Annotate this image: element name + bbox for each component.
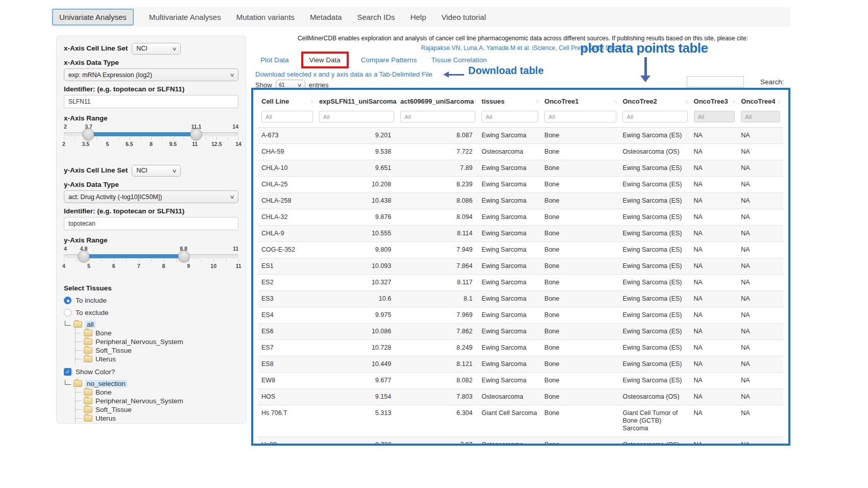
tree-node-label: Peripheral_Nervous_System (95, 397, 183, 405)
nav-tab-video-tutorial[interactable]: Video tutorial (441, 13, 486, 21)
tissues-exclude-radio[interactable]: To exclude (64, 308, 238, 317)
x-axis-identifier-input[interactable] (64, 95, 238, 108)
table-row[interactable]: CHLA-329.8768.094Ewing SarcomaBoneEwing … (258, 209, 783, 226)
cell-oncotree2: Ewing Sarcoma (ES) (619, 307, 690, 324)
column-header-tissues[interactable]: ↑↓tissues (478, 91, 541, 110)
search-input[interactable] (687, 76, 744, 87)
y-axis-identifier-input[interactable] (64, 217, 238, 230)
slider-tick-label: 14 (235, 141, 242, 147)
tree-node-no-selection[interactable]: no_selection (64, 379, 238, 388)
table-row[interactable]: CHLA-2510.2088.239Ewing SarcomaBoneEwing… (258, 177, 783, 193)
cell-tissues: Ewing Sarcoma (478, 209, 541, 226)
tree-elbow-icon (65, 380, 71, 385)
column-header-oncotree3[interactable]: ↑↓OncoTree3 (691, 91, 738, 110)
column-header-expslfn11-unisarcoma[interactable]: ↑↓expSLFN11_uniSarcoma (316, 91, 397, 110)
table-row[interactable]: CHA-599.5387.722OsteosarcomaBoneOsteosar… (258, 144, 783, 160)
filter-input-oncotree3[interactable] (694, 111, 735, 123)
table-row[interactable]: ES110.0937.864Ewing SarcomaBoneEwing Sar… (258, 258, 783, 275)
tab-view-data[interactable]: View Data (301, 52, 349, 68)
tissues-include-radio[interactable]: To include (64, 296, 238, 305)
tree-node-soft-tissue[interactable]: Soft_Tissue (76, 346, 238, 355)
x-axis-cell-line-set-select[interactable]: NCI ∨ (132, 43, 181, 55)
x-axis-data-type-select[interactable]: exp: mRNA Expression (log2) ∨ (64, 68, 238, 81)
tab-compare-patterns[interactable]: Compare Patterns (361, 56, 417, 64)
filter-input-oncotree2[interactable] (622, 111, 687, 123)
cell-tissues: Ewing Sarcoma (478, 128, 541, 144)
table-row[interactable]: A-6739.2018.087Ewing SarcomaBoneEwing Sa… (258, 128, 783, 144)
table-row[interactable]: ES710.7288.249Ewing SarcomaBoneEwing Sar… (258, 340, 783, 356)
filter-input-oncotree1[interactable] (544, 111, 616, 123)
slider-handle-low[interactable] (83, 129, 94, 140)
cell-expslfn11-unisarcoma: 10.208 (316, 177, 397, 193)
tree-node-bone[interactable]: Bone (76, 388, 238, 397)
slider-tick-label: 3.5 (82, 141, 89, 147)
table-row[interactable]: Hu098.7337.97OsteosarcomaBoneOsteosarcom… (258, 437, 783, 446)
tab-plot-data[interactable]: Plot Data (260, 56, 289, 64)
table-row[interactable]: ES310.68.1Ewing SarcomaBoneEwing Sarcoma… (258, 291, 783, 307)
nav-tab-multivariate-analyses[interactable]: Multivariate Analyses (149, 13, 221, 21)
column-header-oncotree2[interactable]: ↑↓OncoTree2 (619, 91, 690, 110)
cell-cell-line: CHLA-25 (258, 177, 316, 193)
table-row[interactable]: CHLA-25810.4388.086Ewing SarcomaBoneEwin… (258, 193, 783, 209)
slider-handle-high[interactable] (190, 129, 202, 140)
column-header-oncotree1[interactable]: ↑↓OncoTree1 (541, 91, 619, 110)
nav-tab-help[interactable]: Help (411, 13, 426, 21)
cell-tissues: Ewing Sarcoma (478, 324, 541, 340)
column-header-oncotree4[interactable]: ↑↓OncoTree4 (738, 91, 783, 110)
download-tab-delimited-link[interactable]: Download selected x and y axis data as a… (255, 70, 432, 78)
slider-handle-high[interactable] (178, 251, 189, 262)
table-row[interactable]: ES810.4498.121Ewing SarcomaBoneEwing Sar… (258, 356, 783, 373)
cell-oncotree3: NA (691, 356, 738, 373)
filter-input-cell-line[interactable] (261, 111, 313, 123)
slider-handle-low[interactable] (78, 251, 90, 262)
cell-oncotree1: Bone (541, 275, 619, 291)
cell-expslfn11-unisarcoma: 10.093 (316, 258, 397, 275)
y-axis-range-slider[interactable]: 44.88.8114567891011 (64, 246, 238, 274)
filter-input-expslfn11-unisarcoma[interactable] (319, 111, 394, 123)
table-head: ↑↓Cell Line↑↓expSLFN11_uniSarcoma↑↓act60… (258, 91, 783, 128)
cell-oncotree3: NA (691, 160, 738, 177)
tree-node-bone[interactable]: Bone (76, 329, 238, 337)
tab-tissue-correlation[interactable]: Tissue Correlation (431, 56, 487, 64)
nav-tab-univariate-analyses[interactable]: Univariate Analyses (52, 9, 134, 26)
table-row[interactable]: ES49.9757.969Ewing SarcomaBoneEwing Sarc… (258, 307, 783, 324)
table-row[interactable]: HOS9.1547.803OsteosarcomaBoneOsteosarcom… (258, 389, 783, 405)
chevron-down-icon: ∨ (297, 82, 302, 88)
cell-tissues: Ewing Sarcoma (478, 307, 541, 324)
tree-node-uterus[interactable]: Uterus (76, 414, 238, 423)
nav-tab-mutation-variants[interactable]: Mutation variants (236, 13, 295, 21)
tree-node-peripheral-nervous-system[interactable]: Peripheral_Nervous_System (76, 337, 238, 346)
table-row[interactable]: COG-E-3529.8097.949Ewing SarcomaBoneEwin… (258, 242, 783, 258)
column-header-cell-line[interactable]: ↑↓Cell Line (258, 91, 316, 110)
column-header-act609699-unisarcoma[interactable]: ↑↓act609699_uniSarcoma (397, 91, 478, 110)
nav-tab-search-ids[interactable]: Search IDs (357, 13, 395, 21)
cell-cell-line: CHLA-258 (258, 193, 316, 209)
tree-node-all[interactable]: all (64, 320, 238, 329)
tree-node-peripheral-nervous-system[interactable]: Peripheral_Nervous_System (76, 397, 238, 405)
tree-node-soft-tissue[interactable]: Soft_Tissue (76, 405, 238, 414)
show-color-checkbox[interactable]: ✓ Show Color? (64, 368, 238, 376)
cell-oncotree4: NA (738, 340, 783, 356)
table-row[interactable]: ES210.3278.117Ewing SarcomaBoneEwing Sar… (258, 275, 783, 291)
x-axis-range-slider[interactable]: 23.711.11423.556.589.51112.514 (64, 124, 238, 152)
table-row[interactable]: EW89.6778.082Ewing SarcomaBoneEwing Sarc… (258, 373, 783, 389)
cell-tissues: Ewing Sarcoma (478, 340, 541, 356)
filter-input-tissues[interactable] (481, 111, 538, 123)
table-row[interactable]: CHLA-109.6517.89Ewing SarcomaBoneEwing S… (258, 160, 783, 177)
y-axis-data-type-select[interactable]: act: Drug Activity (-log10[IC50M]) ∨ (64, 190, 238, 203)
table-row[interactable]: CHLA-910.5558.114Ewing SarcomaBoneEwing … (258, 226, 783, 242)
y-axis-cell-line-set-select[interactable]: NCI ∨ (132, 165, 181, 177)
filter-input-act609699-unisarcoma[interactable] (400, 111, 475, 123)
tree-node-label: Soft_Tissue (95, 405, 132, 414)
cell-oncotree3: NA (691, 405, 738, 437)
cell-cell-line: ES7 (258, 340, 316, 356)
filter-input-oncotree4[interactable] (741, 111, 780, 123)
table-row[interactable]: Hs 706.T5.3136.304Giant Cell SarcomaBone… (258, 405, 783, 437)
citation-link[interactable]: Rajapakse.VN, Luna.A, Yamade.M et al. iS… (255, 44, 790, 52)
sort-icon: ↑↓ (535, 99, 538, 104)
nav-tab-metadata[interactable]: Metadata (310, 13, 342, 21)
cell-expslfn11-unisarcoma: 9.201 (316, 128, 397, 144)
cell-oncotree4: NA (738, 389, 783, 405)
table-row[interactable]: ES610.0867.862Ewing SarcomaBoneEwing Sar… (258, 324, 783, 340)
tree-node-uterus[interactable]: Uterus (76, 355, 238, 363)
